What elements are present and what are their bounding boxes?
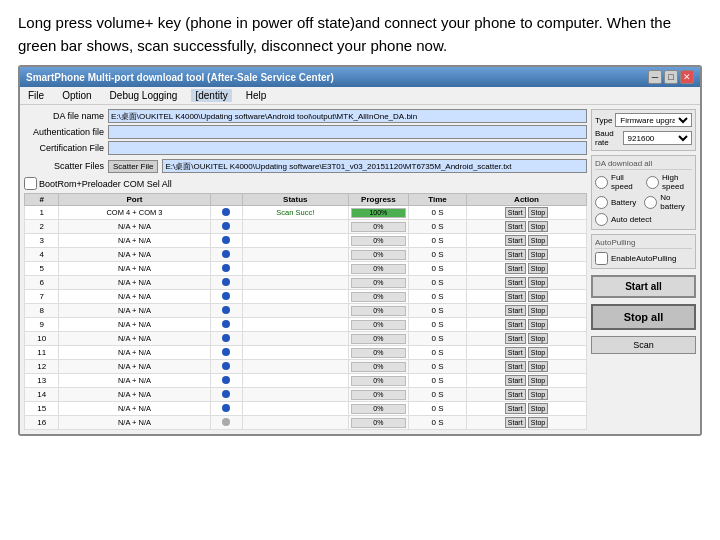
maximize-button[interactable]: □ [664,70,678,84]
stop-button[interactable]: Stop [528,235,548,246]
port-status [242,416,348,430]
full-speed-label: Full speed [611,173,638,191]
scatter-file-input[interactable] [162,159,587,173]
start-button[interactable]: Start [505,291,526,302]
port-time: 0 S [408,416,466,430]
bootrom-checkbox[interactable] [24,177,37,190]
stop-button[interactable]: Stop [528,291,548,302]
stop-button[interactable]: Stop [528,347,548,358]
progress-cell: 0% [348,374,408,388]
stop-button[interactable]: Stop [528,417,548,428]
bootrom-checkbox-label[interactable]: BootRom+Preloader COM Sel All [24,177,172,190]
baud-select[interactable]: 921600 [623,131,692,145]
cert-file-input[interactable] [108,141,587,155]
progress-text: 0% [352,335,405,343]
high-speed-label: High speed [662,173,692,191]
progress-cell: 100% [348,206,408,220]
start-all-button[interactable]: Start all [591,275,696,298]
start-button[interactable]: Start [505,361,526,372]
port-status [242,346,348,360]
window-controls: ─ □ ✕ [648,70,694,84]
stop-button[interactable]: Stop [528,263,548,274]
da-file-input[interactable] [108,109,587,123]
menu-option[interactable]: Option [58,89,95,102]
stop-button[interactable]: Stop [528,361,548,372]
port-status [242,220,348,234]
scatter-row: Scatter Files Scatter File [24,159,587,173]
start-button[interactable]: Start [505,347,526,358]
start-button[interactable]: Start [505,277,526,288]
status-dot [222,376,230,384]
auto-detect-radio[interactable] [595,213,608,226]
stop-button[interactable]: Stop [528,221,548,232]
progress-bar-outer: 0% [351,334,406,344]
port-num: 2 [25,220,59,234]
col-num: # [25,194,59,206]
menu-file[interactable]: File [24,89,48,102]
stop-button[interactable]: Stop [528,319,548,330]
table-row: 16 N/A + N/A 0% 0 S Start Stop [25,416,587,430]
start-button[interactable]: Start [505,319,526,330]
high-speed-radio[interactable] [646,176,659,189]
port-status [242,262,348,276]
port-dot-cell [210,416,242,430]
close-button[interactable]: ✕ [680,70,694,84]
stop-all-button[interactable]: Stop all [591,304,696,330]
scatter-file-button[interactable]: Scatter File [108,160,158,173]
start-button[interactable]: Start [505,375,526,386]
port-num: 15 [25,402,59,416]
instruction-text: Long press volume+ key (phone in power o… [0,0,720,65]
start-button[interactable]: Start [505,249,526,260]
high-speed-option[interactable]: High speed [646,173,692,191]
stop-button[interactable]: Stop [528,305,548,316]
full-speed-option[interactable]: Full speed [595,173,638,191]
stop-button[interactable]: Stop [528,403,548,414]
start-button[interactable]: Start [505,417,526,428]
table-row: 10 N/A + N/A 0% 0 S Start Stop [25,332,587,346]
stop-button[interactable]: Stop [528,207,548,218]
stop-button[interactable]: Stop [528,389,548,400]
enable-autopulling-option[interactable]: EnableAutoPulling [595,252,692,265]
enable-autopulling-checkbox[interactable] [595,252,608,265]
battery-radio[interactable] [595,196,608,209]
port-dot-cell [210,206,242,220]
port-dot-cell [210,402,242,416]
port-time: 0 S [408,248,466,262]
auto-detect-option[interactable]: Auto detect [595,213,692,226]
stop-button[interactable]: Stop [528,249,548,260]
start-button[interactable]: Start [505,389,526,400]
start-button[interactable]: Start [505,235,526,246]
battery-option[interactable]: Battery [595,193,636,211]
menu-debug[interactable]: Debug Logging [106,89,182,102]
auth-file-label: Authentication file [24,127,104,137]
stop-button[interactable]: Stop [528,277,548,288]
auth-file-input[interactable] [108,125,587,139]
port-num: 16 [25,416,59,430]
menu-help[interactable]: Help [242,89,271,102]
port-actions: Start Stop [467,360,587,374]
minimize-button[interactable]: ─ [648,70,662,84]
no-battery-radio[interactable] [644,196,657,209]
port-dot-cell [210,374,242,388]
start-button[interactable]: Start [505,333,526,344]
table-row: 1 COM 4 + COM 3 Scan Succ! 100% 0 S Star… [25,206,587,220]
start-button[interactable]: Start [505,207,526,218]
start-button[interactable]: Start [505,305,526,316]
col-status: Status [242,194,348,206]
progress-text: 0% [352,377,405,385]
status-dot [222,250,230,258]
stop-button[interactable]: Stop [528,333,548,344]
progress-text: 0% [352,293,405,301]
scan-button[interactable]: Scan [591,336,696,354]
menu-identity[interactable]: [dentity [191,89,231,102]
full-speed-radio[interactable] [595,176,608,189]
port-actions: Start Stop [467,304,587,318]
no-battery-option[interactable]: No battery [644,193,692,211]
start-button[interactable]: Start [505,263,526,274]
start-button[interactable]: Start [505,403,526,414]
progress-cell: 0% [348,304,408,318]
start-button[interactable]: Start [505,221,526,232]
port-name: N/A + N/A [59,234,210,248]
type-select[interactable]: Firmware upgrade [615,113,692,127]
stop-button[interactable]: Stop [528,375,548,386]
